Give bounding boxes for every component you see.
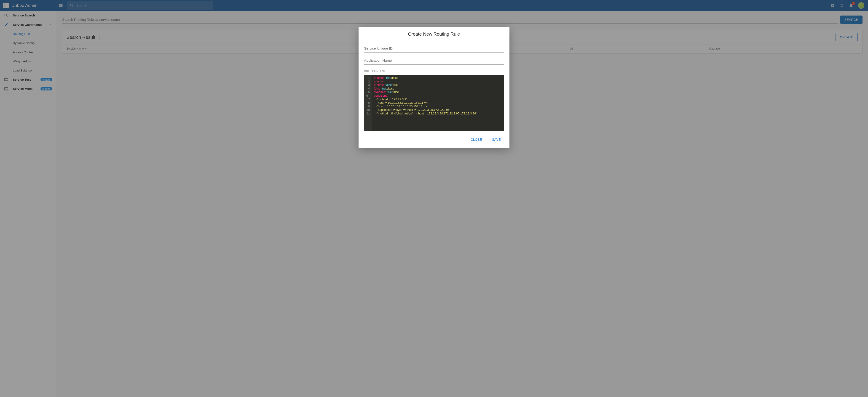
create-routing-rule-dialog: Create New Routing Rule Service Unique I… — [359, 27, 509, 148]
close-button[interactable]: Close — [468, 136, 484, 143]
service-id-input[interactable] — [364, 45, 504, 52]
service-id-field[interactable]: Service Unique ID — [364, 45, 504, 53]
editor-code[interactable]: enabled: true/falsepriority:runtime: fal… — [372, 75, 479, 131]
save-button[interactable]: Save — [490, 136, 503, 143]
application-name-input[interactable] — [364, 58, 504, 64]
dialog-title: Create New Routing Rule — [359, 27, 509, 39]
modal-overlay[interactable]: Create New Routing Rule Service Unique I… — [0, 0, 868, 397]
editor-gutter: 123456 -7891011 — [364, 75, 372, 131]
rule-content-label: Rule Content — [364, 70, 504, 72]
rule-content-editor[interactable]: 123456 -7891011 enabled: true/falseprior… — [364, 75, 504, 131]
application-name-field[interactable]: Application Name — [364, 58, 504, 65]
dialog-actions: Close Save — [359, 132, 509, 148]
